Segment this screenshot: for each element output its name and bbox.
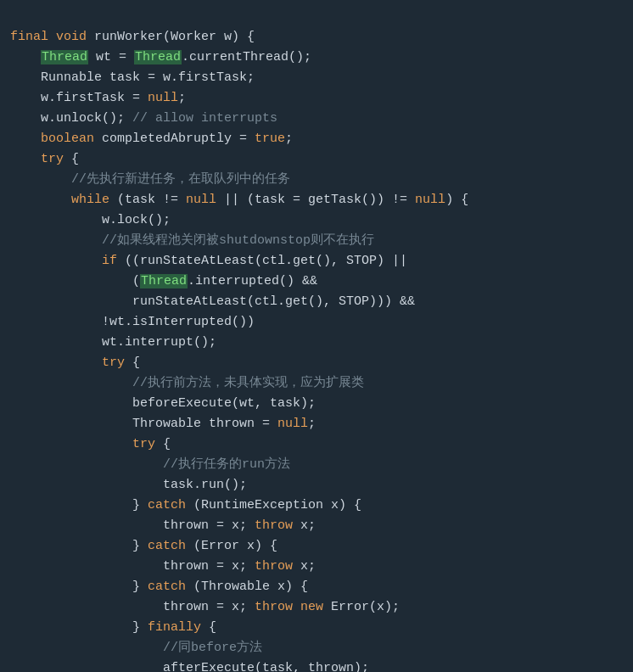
line-12: if ((runStateAtLeast(ctl.get(), STOP) ||	[10, 254, 407, 268]
line-29: thrown = x; throw new Error(x);	[10, 600, 400, 614]
line-24: } catch (RuntimeException x) {	[10, 498, 361, 512]
line-6: boolean completedAbruptly = true;	[10, 132, 293, 146]
line-26: } catch (Error x) {	[10, 539, 277, 553]
line-30: } finally {	[10, 620, 216, 635]
line-10: w.lock();	[10, 213, 171, 227]
line-2: Thread wt = Thread.currentThread();	[10, 50, 311, 64]
line-25: thrown = x; throw x;	[10, 518, 316, 533]
line-15: !wt.isInterrupted())	[10, 315, 255, 329]
line-18: //执行前方法，未具体实现，应为扩展类	[10, 376, 364, 390]
line-14: runStateAtLeast(ctl.get(), STOP))) &&	[10, 294, 415, 309]
line-9: while (task != null || (task = getTask()…	[10, 193, 468, 207]
line-31: //同before方法	[10, 641, 262, 655]
line-22: //执行任务的run方法	[10, 457, 290, 472]
line-27: thrown = x; throw x;	[10, 559, 316, 574]
line-28: } catch (Throwable x) {	[10, 580, 308, 594]
line-21: try {	[10, 437, 171, 451]
line-3: Runnable task = w.firstTask;	[10, 70, 255, 85]
line-19: beforeExecute(wt, task);	[10, 396, 316, 411]
line-20: Throwable thrown = null;	[10, 417, 316, 431]
line-1: final void runWorker(Worker w) {	[10, 30, 255, 44]
line-11: //如果线程池关闭被shutdownstop则不在执行	[10, 233, 374, 248]
line-13: (Thread.interrupted() &&	[10, 274, 317, 288]
line-32: afterExecute(task, thrown);	[10, 661, 369, 672]
line-23: task.run();	[10, 478, 247, 492]
line-7: try {	[10, 152, 79, 166]
line-17: try {	[10, 356, 140, 370]
line-16: wt.interrupt();	[10, 335, 216, 350]
line-5: w.unlock(); // allow interrupts	[10, 111, 277, 126]
code-block: final void runWorker(Worker w) { Thread …	[0, 0, 633, 672]
line-8: //先执行新进任务，在取队列中的任务	[10, 172, 290, 187]
line-4: w.firstTask = null;	[10, 91, 186, 105]
